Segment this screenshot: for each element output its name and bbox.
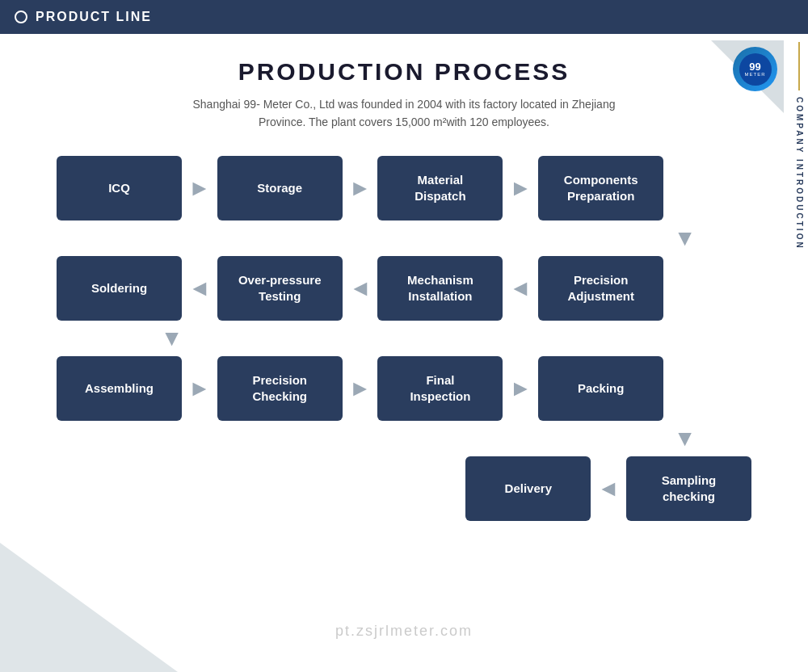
arrow-down-1: ▼: [674, 225, 696, 250]
arrow-down-2: ▼: [161, 326, 183, 351]
flow-row-7: Delivery ► Samplingchecking: [57, 456, 751, 521]
header-title: PRODUCT LINE: [36, 10, 152, 24]
flow-box-storage: Storage: [217, 156, 343, 220]
page-title: PRODUCTION PROCESS: [40, 58, 768, 86]
arrow-left-7: ►: [597, 476, 620, 502]
arrow-right-5-3: ►: [509, 376, 532, 401]
logo-circle: 99 METER: [733, 47, 777, 91]
flow-row-3: Soldering ► Over-pressureTesting ► Mecha…: [57, 256, 751, 321]
arrow-down-row-1: ▼: [57, 225, 751, 251]
logo-number: 99: [745, 61, 766, 72]
flow-box-icq: ICQ: [57, 156, 182, 220]
logo-text: 99 METER: [745, 61, 766, 77]
flow-box-precision-adj: PrecisionAdjustment: [538, 256, 663, 321]
arrow-down-row-3: ▼: [57, 326, 751, 351]
sidebar-text: COMPANY INTRODUCTION: [795, 97, 804, 250]
page-header: PRODUCT LINE: [0, 0, 808, 34]
flow-box-packing: Packing: [538, 356, 663, 421]
logo-meter: METER: [745, 72, 766, 77]
sidebar-label: COMPANY INTRODUCTION: [790, 34, 808, 389]
flow-box-mechanism: MechanismInstallation: [377, 256, 503, 321]
arrow-left-2: ►: [349, 275, 372, 301]
flow-box-soldering: Soldering: [57, 256, 182, 321]
sidebar-accent-line: [798, 42, 800, 90]
page-subtitle: Shanghai 99- Meter Co., Ltd was founded …: [40, 95, 768, 132]
arrow-right-5-2: ►: [349, 376, 372, 401]
logo-inner: 99 METER: [739, 53, 772, 86]
flow-box-final-inspect: FinalInspection: [377, 356, 503, 421]
flow-box-assembling: Assembling: [57, 356, 182, 421]
bottom-decoration: [0, 543, 178, 672]
flow-box-sampling: Samplingchecking: [626, 456, 751, 521]
flow-box-overpressure: Over-pressureTesting: [217, 256, 343, 321]
arrow-right-5-1: ►: [188, 376, 211, 401]
flow-box-delivery: Delivery: [465, 456, 591, 521]
arrow-right-3: ►: [509, 175, 532, 201]
arrow-left-1: ►: [188, 275, 211, 301]
arrow-right-2: ►: [349, 175, 372, 201]
arrow-right-1: ►: [188, 175, 211, 201]
flow-box-components-prep: ComponentsPreparation: [538, 156, 663, 220]
flow-diagram: ICQ ► Storage ► MaterialDispatch ► Compo…: [40, 156, 768, 521]
arrow-left-3: ►: [509, 275, 532, 301]
arrow-down-row-5: ▼: [57, 426, 751, 452]
logo-area: 99 METER: [719, 40, 784, 105]
main-content: PRODUCTION PROCESS Shanghai 99- Meter Co…: [0, 34, 808, 534]
header-circle-icon: [15, 10, 27, 23]
flow-row-5: Assembling ► PrecisionChecking ► FinalIn…: [57, 356, 751, 421]
flow-box-precision-check: PrecisionChecking: [217, 356, 343, 421]
arrow-down-3: ▼: [674, 426, 696, 451]
flow-box-material-dispatch: MaterialDispatch: [377, 156, 503, 220]
flow-row-1: ICQ ► Storage ► MaterialDispatch ► Compo…: [57, 156, 751, 220]
